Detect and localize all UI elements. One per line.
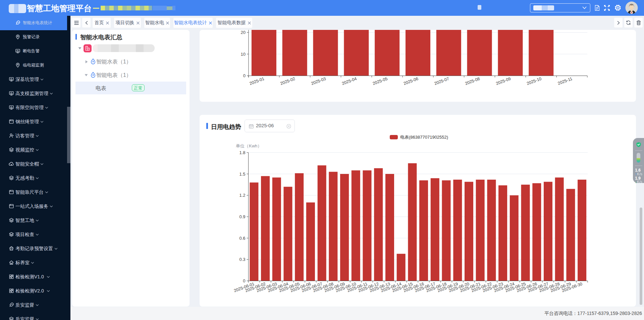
svg-text:2025-07: 2025-07 bbox=[434, 76, 450, 86]
svg-text:0.3: 0.3 bbox=[239, 257, 245, 262]
svg-text:0: 0 bbox=[243, 278, 245, 283]
svg-text:0: 0 bbox=[243, 73, 246, 78]
svg-text:2025-02: 2025-02 bbox=[280, 76, 296, 86]
svg-text:10: 10 bbox=[241, 52, 246, 57]
svg-text:2025-11: 2025-11 bbox=[557, 76, 573, 86]
svg-text:2025-06: 2025-06 bbox=[403, 76, 419, 86]
svg-text:0.6: 0.6 bbox=[239, 236, 245, 241]
svg-text:1.2: 1.2 bbox=[239, 193, 245, 198]
svg-text:2025-01: 2025-01 bbox=[249, 76, 265, 86]
svg-text:2025-05: 2025-05 bbox=[372, 76, 388, 86]
svg-text:2025-04: 2025-04 bbox=[341, 76, 358, 86]
svg-text:1.8: 1.8 bbox=[239, 150, 245, 155]
svg-text:2025-09: 2025-09 bbox=[495, 76, 512, 86]
svg-text:电表(863877071902552): 电表(863877071902552) bbox=[400, 135, 448, 140]
svg-text:2025-10: 2025-10 bbox=[526, 76, 542, 86]
svg-text:2025-08: 2025-08 bbox=[465, 76, 481, 86]
svg-text:单位（Kwh）: 单位（Kwh） bbox=[236, 143, 262, 148]
svg-text:20: 20 bbox=[241, 30, 246, 35]
svg-text:2025-03: 2025-03 bbox=[311, 76, 327, 86]
svg-text:0.9: 0.9 bbox=[239, 214, 245, 219]
svg-text:1.5: 1.5 bbox=[239, 172, 245, 177]
